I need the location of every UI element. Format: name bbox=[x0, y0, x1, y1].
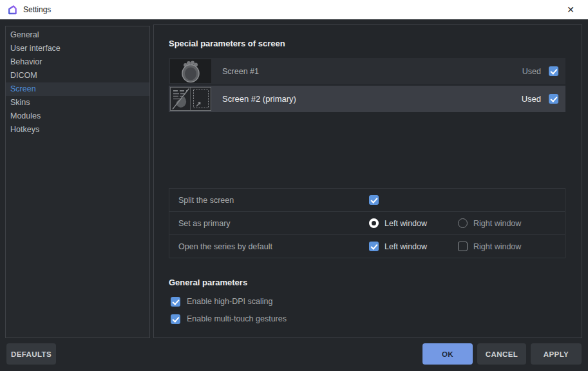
multi-touch-label: Enable multi-touch gestures bbox=[187, 314, 287, 323]
xray-oval-thumbnail bbox=[170, 59, 211, 83]
multi-touch-checkbox[interactable] bbox=[171, 314, 180, 324]
sidebar-item-behavior[interactable]: Behavior bbox=[6, 55, 149, 69]
special-parameters-title: Special parameters of screen bbox=[169, 39, 285, 48]
screen-settings-panel: Special parameters of screen Screen #1 U… bbox=[153, 24, 582, 338]
multi-touch-row: Enable multi-touch gestures bbox=[171, 312, 287, 325]
defaults-button[interactable]: DEFAULTS bbox=[6, 343, 56, 365]
used-label: Used bbox=[522, 94, 541, 104]
set-as-primary-label: Set as primary bbox=[178, 219, 231, 228]
open-series-row: Open the series by default Left window R… bbox=[169, 234, 565, 258]
split-layout-thumbnail bbox=[170, 87, 211, 111]
app-logo-icon bbox=[7, 5, 18, 15]
high-dpi-row: Enable high-DPI scaling bbox=[171, 295, 272, 308]
primary-right-window-label: Right window bbox=[473, 219, 521, 228]
sidebar-item-screen[interactable]: Screen bbox=[6, 82, 149, 96]
titlebar: Settings ✕ bbox=[0, 0, 588, 19]
series-right-window-label: Right window bbox=[473, 242, 521, 251]
primary-right-window-radio[interactable] bbox=[458, 218, 468, 228]
high-dpi-label: Enable high-DPI scaling bbox=[187, 297, 272, 306]
sidebar-item-modules[interactable]: Modules bbox=[6, 109, 149, 123]
settings-sidebar: General User interface Behavior DICOM Sc… bbox=[5, 26, 150, 338]
general-parameters-title: General parameters bbox=[169, 278, 247, 287]
screen2-used-checkbox[interactable] bbox=[549, 94, 558, 104]
screen1-used-checkbox[interactable] bbox=[549, 66, 558, 76]
open-series-label: Open the series by default bbox=[178, 242, 272, 251]
split-screen-row: Split the screen bbox=[169, 188, 565, 212]
sidebar-item-general[interactable]: General bbox=[6, 28, 149, 42]
high-dpi-checkbox[interactable] bbox=[171, 297, 180, 307]
sidebar-item-user-interface[interactable]: User interface bbox=[6, 42, 149, 55]
sidebar-item-hotkeys[interactable]: Hotkeys bbox=[6, 123, 149, 137]
primary-left-window-radio[interactable] bbox=[369, 218, 379, 228]
series-right-window-checkbox[interactable] bbox=[458, 242, 468, 251]
window-title: Settings bbox=[23, 5, 51, 14]
settings-dialog: Settings ✕ General User interface Behavi… bbox=[0, 0, 588, 371]
screen-row-2[interactable]: Screen #2 (primary) Used bbox=[169, 86, 565, 112]
sidebar-item-skins[interactable]: Skins bbox=[6, 96, 149, 109]
split-screen-checkbox[interactable] bbox=[369, 195, 379, 205]
ok-button[interactable]: OK bbox=[422, 343, 473, 365]
screen-name: Screen #1 bbox=[222, 67, 259, 76]
series-left-window-label: Left window bbox=[384, 242, 427, 251]
split-screen-label: Split the screen bbox=[178, 196, 234, 205]
set-as-primary-row: Set as primary Left window Right window bbox=[169, 211, 565, 235]
close-icon[interactable]: ✕ bbox=[561, 0, 580, 19]
apply-button[interactable]: APPLY bbox=[531, 343, 582, 365]
sidebar-item-dicom[interactable]: DICOM bbox=[6, 69, 149, 82]
used-label: Used bbox=[522, 67, 541, 76]
screen-row-1[interactable]: Screen #1 Used bbox=[169, 58, 565, 84]
primary-left-window-label: Left window bbox=[384, 219, 427, 228]
series-left-window-checkbox[interactable] bbox=[369, 242, 379, 251]
cancel-button[interactable]: CANCEL bbox=[477, 343, 526, 365]
screen-name: Screen #2 (primary) bbox=[222, 94, 296, 104]
